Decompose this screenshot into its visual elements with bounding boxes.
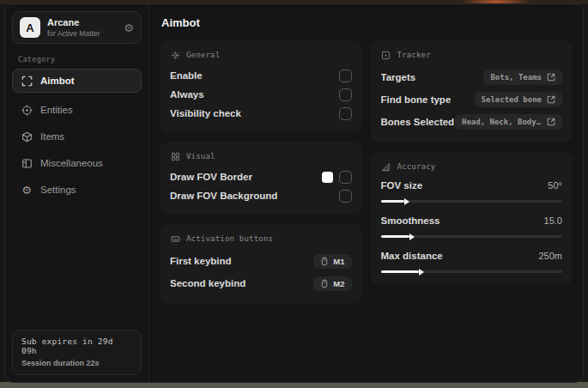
setting-row-first-keybind: First keybind M1: [170, 250, 352, 272]
row-label: Visibility check: [170, 108, 241, 118]
row-label: Second keybind: [170, 278, 246, 288]
section-title: General: [186, 51, 220, 59]
brand-name: Arcane: [47, 17, 100, 27]
layout-icon: [21, 157, 33, 169]
find-bone-type-select[interactable]: Selected bone: [475, 92, 562, 107]
brand-text: Arcane for Active Matter: [47, 17, 100, 38]
target-box-icon: [381, 50, 391, 60]
keyboard-icon: [170, 233, 180, 244]
triangle-ruler-icon: [381, 161, 391, 172]
section-title: Visual: [186, 152, 215, 161]
right-column: Tracker Targets Bots, Teams Find bone ty…: [371, 40, 573, 285]
row-label: Enable: [170, 70, 203, 81]
sidebar-item-label: Settings: [40, 185, 76, 195]
page-title: Aimbot: [161, 16, 573, 29]
select-value: Head, Neck, Body, Pe...: [462, 118, 542, 126]
smoothness-value: 15.0: [544, 215, 562, 226]
sidebar: A Arcane for Active Matter ⚙ Category Ai…: [5, 4, 149, 382]
bones-selected-select[interactable]: Head, Neck, Body, Pe...: [455, 114, 562, 130]
row-label: Targets: [381, 72, 416, 82]
row-label: First keybind: [170, 256, 232, 266]
keybind-value: M2: [333, 279, 344, 288]
second-keybind-button[interactable]: M2: [313, 276, 351, 291]
draw-fov-background-checkbox[interactable]: [339, 190, 352, 203]
setting-row-second-keybind: Second keybind M2: [170, 272, 352, 294]
sub-expiry-text: Sub expires in 29d 09h: [21, 336, 132, 355]
row-label: Bones Selected: [381, 117, 455, 127]
brand-card: A Arcane for Active Matter ⚙: [12, 11, 142, 44]
section-title: Tracker: [397, 51, 431, 59]
row-label: Draw FOV Border: [170, 172, 252, 182]
grid-icon: [170, 151, 180, 161]
subscription-card: Sub expires in 29d 09h Session duration …: [12, 330, 142, 375]
sidebar-item-label: Entities: [40, 105, 73, 115]
general-card: General Enable Always Visibility check: [160, 40, 362, 132]
gear-icon: ⚙: [21, 184, 33, 196]
mouse-icon: [320, 279, 329, 288]
accuracy-card: Accuracy FOV size 50° Smoothness: [371, 152, 573, 285]
crosshair-scan-icon: [21, 75, 33, 87]
setting-row-draw-fov-background: Draw FOV Background: [170, 186, 352, 205]
row-label: Always: [170, 89, 204, 100]
general-header: General: [170, 50, 352, 60]
keybind-value: M1: [333, 257, 344, 266]
slider-group-max-distance: Max distance 250m: [381, 248, 563, 273]
targets-select[interactable]: Bots, Teams: [483, 70, 562, 85]
setting-row-enable: Enable: [170, 66, 352, 85]
cube-icon: [21, 130, 33, 142]
select-value: Bots, Teams: [490, 73, 542, 82]
menu-window: A Arcane for Active Matter ⚙ Category Ai…: [4, 3, 584, 383]
max-distance-value: 250m: [538, 251, 562, 261]
session-duration-text: Session duration 22s: [21, 359, 132, 367]
expand-icon: [547, 73, 555, 82]
fov-border-color-swatch[interactable]: [322, 172, 333, 183]
draw-fov-border-checkbox[interactable]: [339, 171, 352, 184]
row-label: Find bone type: [381, 94, 452, 105]
slider-fill: [381, 235, 410, 238]
setting-row-find-bone-type: Find bone type Selected bone: [381, 88, 563, 111]
sidebar-item-miscellaneous[interactable]: Miscellaneous: [12, 151, 142, 175]
left-column: General Enable Always Visibility check: [160, 40, 362, 304]
setting-row-draw-fov-border: Draw FOV Border: [170, 167, 352, 186]
sidebar-item-label: Miscellaneous: [40, 158, 103, 168]
row-label: Smoothness: [381, 215, 440, 226]
sidebar-item-entities[interactable]: Entities: [12, 98, 142, 122]
gear-adjust-icon: [170, 50, 180, 60]
section-title: Accuracy: [397, 162, 436, 171]
expand-icon: [547, 95, 555, 104]
smoothness-slider[interactable]: [381, 235, 563, 238]
category-label: Category: [18, 55, 136, 64]
brand-subtitle: for Active Matter: [47, 29, 100, 38]
select-value: Selected bone: [482, 95, 542, 104]
mouse-icon: [320, 257, 329, 266]
visibility-check-checkbox[interactable]: [339, 107, 352, 120]
sidebar-item-label: Aimbot: [40, 76, 75, 86]
enable-checkbox[interactable]: [339, 70, 352, 82]
sidebar-item-items[interactable]: Items: [12, 124, 142, 149]
brand-logo: A: [20, 17, 40, 38]
fov-size-slider[interactable]: [381, 200, 563, 203]
tracker-card: Tracker Targets Bots, Teams Find bone ty…: [371, 40, 573, 142]
section-title: Activation buttons: [186, 234, 273, 243]
sidebar-nav: Aimbot Entities Items Miscellaneous: [12, 69, 142, 202]
setting-row-bones-selected: Bones Selected Head, Neck, Body, Pe...: [381, 111, 563, 133]
accuracy-header: Accuracy: [381, 161, 563, 172]
sidebar-item-settings[interactable]: ⚙ Settings: [12, 178, 142, 202]
gear-icon[interactable]: ⚙: [124, 22, 134, 33]
always-checkbox[interactable]: [339, 88, 352, 101]
visual-card: Visual Draw FOV Border Draw FOV Backgrou…: [160, 142, 362, 215]
slider-group-smoothness: Smoothness 15.0: [381, 213, 563, 238]
setting-row-visibility-check: Visibility check: [170, 104, 352, 123]
sidebar-item-aimbot[interactable]: Aimbot: [12, 69, 142, 93]
visual-header: Visual: [170, 151, 352, 161]
first-keybind-button[interactable]: M1: [313, 254, 351, 269]
sidebar-item-label: Items: [40, 131, 64, 142]
tracker-header: Tracker: [381, 50, 563, 60]
row-label: Draw FOV Background: [170, 191, 277, 201]
setting-row-targets: Targets Bots, Teams: [381, 66, 563, 88]
slider-fill: [381, 200, 404, 203]
slider-group-fov-size: FOV size 50°: [381, 178, 563, 203]
max-distance-slider[interactable]: [381, 270, 563, 273]
activation-card: Activation buttons First keybind M1 Seco…: [160, 224, 362, 304]
fov-size-value: 50°: [548, 180, 562, 191]
